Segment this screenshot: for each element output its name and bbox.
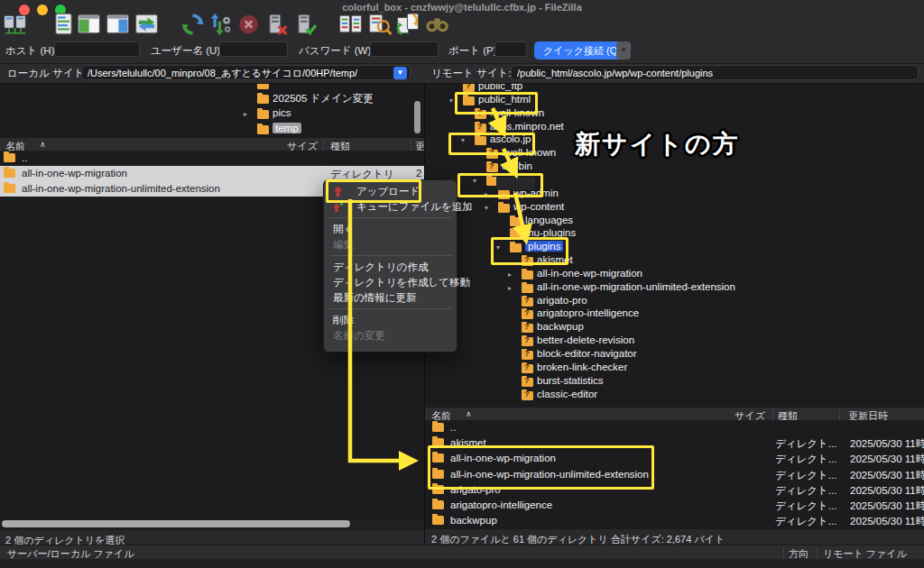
chevron-down-icon[interactable]: ▾ (485, 204, 488, 212)
file-type: ディレクト... (775, 499, 836, 513)
context-menu-item-3[interactable]: 開く (324, 222, 457, 237)
password-input[interactable] (370, 41, 439, 57)
find-files-icon[interactable] (424, 13, 448, 36)
local-tree-toggle-icon[interactable] (77, 13, 101, 36)
folder-icon (257, 125, 269, 134)
menu-separator (329, 217, 451, 218)
remote-tree-item-arigato-pro[interactable]: arigato-pro (425, 295, 924, 307)
password-label: パスワード (W): (299, 44, 374, 58)
folder-icon (522, 284, 533, 293)
remote-site-label: リモート サイト: (431, 67, 512, 80)
context-menu-item-10[interactable]: 削除 (324, 313, 457, 328)
remote-tree-item-better-delete-revision[interactable]: better-delete-revision (425, 334, 924, 347)
site-manager-icon[interactable] (3, 13, 27, 36)
tree-item-label: all-in-one-wp-migration-unlimited-extens… (537, 281, 735, 292)
tree-item-label: asos.minpro.net (490, 121, 564, 132)
column-divider[interactable] (323, 140, 324, 151)
synchronized-browsing-icon[interactable] (395, 13, 420, 36)
column-divider[interactable] (411, 140, 411, 151)
context-menu-item-8[interactable]: 最新の情報に更新 (324, 290, 457, 306)
username-input[interactable] (219, 41, 288, 57)
remote-tree-item-cgi-bin[interactable]: cgi-bin (425, 160, 924, 173)
file-type: ディレクト... (775, 515, 836, 528)
cancel-icon[interactable] (236, 13, 261, 36)
folder-icon (4, 184, 15, 193)
quickconnect-dropdown[interactable]: ▼ (616, 41, 631, 60)
folder-icon (257, 84, 269, 89)
folder-question-icon (522, 364, 533, 373)
annotation-site-label: 新サイトの方 (575, 127, 740, 161)
remote-file-row-arigatopro-intelligence[interactable]: arigatopro-intelligenceディレクト...2025/05/3… (425, 498, 924, 513)
column-divider[interactable] (772, 409, 773, 420)
folder-question-icon (522, 337, 533, 346)
folder-icon (432, 516, 444, 525)
file-name: all-in-one-wp-migration (22, 168, 127, 179)
context-menu-item-7[interactable]: ディレクトリを作成して移動 (324, 275, 457, 290)
message-log-icon[interactable] (51, 13, 76, 36)
tree-item-label: broken-link-checker (537, 362, 627, 372)
annotation-box-ascolo-jp (448, 133, 535, 155)
remote-file-row-..[interactable]: .. (425, 420, 924, 435)
chevron-right-icon[interactable]: ▸ (508, 284, 512, 292)
local-tree-scrollbar[interactable] (414, 101, 420, 133)
tree-item-label: classic-editor (537, 389, 597, 399)
remote-statusbar: 2 個のファイルと 61 個のディレクトリ 合計サイズ: 2,674 バイト (425, 528, 924, 545)
disconnect-icon[interactable] (264, 13, 289, 36)
context-menu-item-6[interactable]: ディレクトリの作成 (324, 260, 457, 275)
local-hscroll-thumb[interactable] (2, 520, 350, 527)
directory-filter-icon[interactable] (338, 13, 363, 36)
titlebar: colorful_box - cnzfwwjy@telulullc.cfbx.j… (0, 0, 924, 13)
local-tree-item-temp[interactable]: temp (0, 123, 424, 136)
local-tree-item-202505[interactable]: 202505 ドメイン変更 (0, 92, 424, 105)
remote-site-combo[interactable]: /public_html/ascolo.jp/wp/wp-content/plu… (511, 65, 919, 80)
context-menu-item-11: 名前の変更 (324, 328, 457, 344)
chevron-right-icon[interactable]: ▸ (508, 270, 512, 279)
reconnect-icon[interactable] (293, 13, 318, 36)
folder-icon (522, 270, 533, 279)
chevron-down-icon[interactable]: ▼ (393, 67, 407, 79)
remote-tree-item-burst-statistics[interactable]: burst-statistics (425, 375, 924, 388)
file-date: 2025/05/30 11時 (850, 499, 924, 513)
file-type: ディレクト... (775, 437, 836, 451)
local-tree-item-pics[interactable]: ▸pics (0, 107, 424, 121)
username-label: ユーザー名 (U): (151, 44, 223, 58)
transfer-queue-toggle-icon[interactable] (134, 13, 159, 36)
remote-tree-item-block-editor-navigator[interactable]: block-editor-navigator (425, 348, 924, 361)
remote-tree-item-classic-editor[interactable]: classic-editor (425, 389, 924, 401)
local-tree: 202505 ドメイン変更▸picstemp (0, 84, 424, 138)
remote-file-row-backwpup[interactable]: backwpupディレクト...2025/05/30 11時 (425, 513, 924, 528)
local-file-row-..[interactable]: .. (0, 151, 424, 166)
tree-item-label: block-editor-navigator (537, 348, 637, 359)
port-input[interactable] (494, 41, 527, 57)
remote-tree-item-languages[interactable]: languages (425, 215, 924, 227)
remote-tree-item-wp-content[interactable]: ▾wp-content (425, 201, 924, 214)
directory-compare-icon[interactable] (367, 13, 392, 36)
remote-tree-toggle-icon[interactable] (106, 13, 130, 36)
annotation-box-remote-migration-rows (428, 445, 654, 490)
chevron-down-icon[interactable]: ▾ (449, 96, 453, 105)
quickconnect-bar: ホスト (H): ユーザー名 (U): パスワード (W): ポート (P): … (0, 38, 924, 64)
local-tree-item[interactable] (0, 84, 424, 91)
remote-tree-item-backwpup[interactable]: backwpup (425, 321, 924, 334)
refresh-icon[interactable] (180, 13, 205, 36)
annotation-box-public-html (455, 92, 538, 115)
remote-tree-item-arigatopro-intelligence[interactable]: arigatopro-intelligence (425, 307, 924, 320)
context-menu-item-label: 編集 (333, 238, 354, 252)
host-label: ホスト (H): (5, 44, 58, 58)
chevron-right-icon[interactable]: ▸ (244, 110, 247, 118)
local-site-combo[interactable]: /Users/telulullc/00_minpro/08_あすとるサイコロ/0… (81, 65, 411, 80)
column-divider[interactable] (839, 409, 840, 420)
context-menu-item-label: 最新の情報に更新 (333, 291, 417, 305)
folder-question-icon (522, 324, 533, 333)
window-title: colorful_box - cnzfwwjy@telulullc.cfbx.j… (0, 2, 924, 13)
file-type: ディレクト... (775, 469, 836, 482)
folder-question-icon (463, 84, 475, 92)
remote-tree-item-all-in-one-wp-migration[interactable]: ▸all-in-one-wp-migration (425, 268, 924, 280)
local-hscrollbar (0, 519, 424, 529)
remote-tree-item-broken-link-checker[interactable]: broken-link-checker (425, 362, 924, 374)
host-input[interactable] (54, 41, 140, 57)
toolbar (0, 13, 924, 37)
folder-icon (257, 110, 269, 119)
process-queue-icon[interactable] (208, 13, 232, 36)
remote-tree-item-all-in-one-wp-migration-unlimited-extension[interactable]: ▸all-in-one-wp-migration-unlimited-exten… (425, 281, 924, 294)
